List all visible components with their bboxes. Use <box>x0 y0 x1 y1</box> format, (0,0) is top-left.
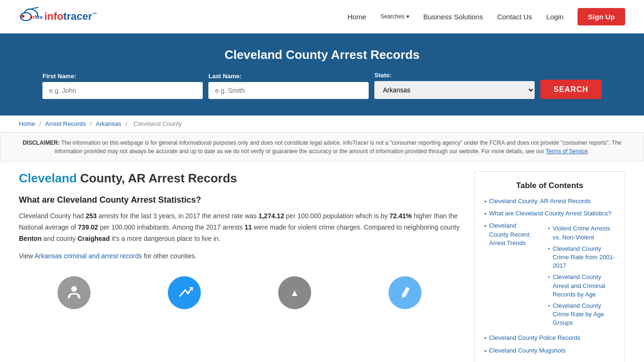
icon-item-4 <box>388 276 421 309</box>
breadcrumb-sep2: / <box>90 120 93 127</box>
first-name-group: First Name: <box>42 73 203 99</box>
first-name-input[interactable] <box>42 82 203 99</box>
breadcrumb-sep3: / <box>125 120 129 127</box>
section1-paragraph2: View Arkansas criminal and arrest record… <box>19 251 460 262</box>
arrests-count: 253 <box>86 212 97 220</box>
article-title-rest: County, AR Arrest Records <box>77 171 237 185</box>
logo-name: infotracer™ <box>44 10 97 23</box>
breadcrumb-sep1: / <box>39 120 42 127</box>
search-form: First Name: Last Name: State: Arkansas A… <box>19 72 625 99</box>
toc-item-2: What are Cleveland County Arrest Statist… <box>484 209 615 218</box>
hero-title: Cleveland County Arrest Records <box>19 48 625 62</box>
logo: info tracer infotracer™ <box>19 5 97 28</box>
section1-paragraph1: Cleveland County had 253 arrests for the… <box>19 211 460 244</box>
arkansas-records-link[interactable]: Arkansas criminal and arrest records <box>34 252 142 260</box>
person-icon <box>58 276 91 309</box>
header: info tracer infotracer™ Home Searches ▾ … <box>0 0 644 33</box>
arrest-rate: 1,274.12 <box>258 212 284 220</box>
toc-sub-item-3: Cleveland County Arrest and Criminal Rec… <box>548 273 615 299</box>
toc-heading: Table of Contents <box>484 181 615 190</box>
toc-sub-item-1: Violent Crime Arrests vs. Non-Violent <box>548 224 615 241</box>
table-of-contents: Table of Contents Cleveland County, AR A… <box>474 171 625 362</box>
chevron-down-icon: ▾ <box>406 13 409 20</box>
icon-item-2 <box>168 276 201 309</box>
disclaimer-text: The information on this webpage is for g… <box>55 140 621 155</box>
disclaimer: DISCLAIMER: The information on this webp… <box>0 132 644 162</box>
toc-item-5: Cleveland County Mugshots <box>484 346 615 355</box>
hero-section: Cleveland County Arrest Records First Na… <box>0 33 644 115</box>
article-title-highlight: Cleveland <box>19 171 77 185</box>
first-name-label: First Name: <box>42 73 203 80</box>
toc-sub-item-4: Cleveland County Crime Rate by Age Group… <box>548 302 615 328</box>
disclaimer-label: DISCLAIMER: <box>23 140 60 146</box>
breadcrumb-home[interactable]: Home <box>19 120 35 127</box>
toc-list: Cleveland County, AR Arrest Records What… <box>484 197 615 355</box>
nav-searches[interactable]: Searches ▾ <box>380 13 409 20</box>
logo-tm: ™ <box>92 12 97 17</box>
main-nav: Home Searches ▾ Business Solutions Conta… <box>347 8 625 25</box>
arrow-up-icon <box>168 276 201 309</box>
toc-sub-link-3[interactable]: Cleveland County Arrest and Criminal Rec… <box>553 273 615 299</box>
article: Cleveland County, AR Arrest Records What… <box>19 171 474 362</box>
article-title: Cleveland County, AR Arrest Records <box>19 171 460 186</box>
toc-link-3[interactable]: Cleveland County Recent Arrest Trends <box>489 222 537 247</box>
logo-icon: info tracer <box>19 5 42 28</box>
nav-contact-us[interactable]: Contact Us <box>497 13 532 21</box>
toc-item-4: Cleveland County Police Records <box>484 334 615 342</box>
toc-sub-link-4[interactable]: Cleveland County Crime Rate by Age Group… <box>553 302 615 328</box>
breadcrumb: Home / Arrest Records / Arkansas / Cleve… <box>0 115 644 132</box>
signup-button[interactable]: Sign Up <box>578 8 625 25</box>
last-name-input[interactable] <box>208 82 369 99</box>
scroll-up-icon: ▲ <box>278 276 311 309</box>
svg-point-2 <box>21 15 25 18</box>
toc-sub-item-2: Cleveland County Crime Rate from 2001-20… <box>548 245 615 271</box>
icon-item-1 <box>58 276 91 309</box>
svg-line-1 <box>32 7 39 8</box>
icon-item-3: ▲ <box>278 276 311 309</box>
toc-link-1[interactable]: Cleveland County, AR Arrest Records <box>489 197 591 206</box>
svg-marker-8 <box>401 296 403 298</box>
breadcrumb-arrest-records[interactable]: Arrest Records <box>45 120 86 127</box>
nav-login[interactable]: Login <box>546 13 564 21</box>
nav-home[interactable]: Home <box>347 13 366 21</box>
terms-of-service-link[interactable]: Terms of Service <box>546 148 588 155</box>
state-group: State: Arkansas Alabama Alaska Arizona C… <box>374 72 535 99</box>
icon-strip: ▲ <box>19 272 460 309</box>
section1-heading: What are Cleveland County Arrest Statist… <box>19 195 460 205</box>
violent-count: 11 <box>245 223 252 231</box>
arrest-pct: 72.41% <box>389 212 412 220</box>
last-name-label: Last Name: <box>208 73 369 80</box>
state-label: State: <box>374 72 535 79</box>
state-select[interactable]: Arkansas Alabama Alaska Arizona Californ… <box>374 81 535 99</box>
national-average: 739.02 <box>78 223 98 231</box>
search-button[interactable]: SEARCH <box>540 80 602 99</box>
main-content: Cleveland County, AR Arrest Records What… <box>0 162 644 362</box>
nav-business-solutions[interactable]: Business Solutions <box>423 13 483 21</box>
toc-link-2[interactable]: What are Cleveland County Arrest Statist… <box>489 209 611 218</box>
toc-link-4[interactable]: Cleveland County Police Records <box>489 334 580 342</box>
svg-point-5 <box>71 286 77 292</box>
benton-county: Benton <box>19 235 41 242</box>
toc-sublist: Violent Crime Arrests vs. Non-Violent Cl… <box>548 224 615 330</box>
toc-sub-link-2[interactable]: Cleveland County Crime Rate from 2001-20… <box>553 245 615 271</box>
craighead-county: Craighead <box>78 235 110 242</box>
toc-item-1: Cleveland County, AR Arrest Records <box>484 197 615 206</box>
toc-link-5[interactable]: Cleveland County Mugshots <box>489 346 566 355</box>
breadcrumb-cleveland-county: Cleveland County <box>133 120 182 127</box>
disclaimer-suffix: . <box>588 148 589 155</box>
svg-text:tracer: tracer <box>36 14 42 20</box>
svg-rect-7 <box>402 287 410 298</box>
pencil-icon <box>388 276 421 309</box>
breadcrumb-arkansas[interactable]: Arkansas <box>96 120 121 127</box>
toc-item-3: Cleveland County Recent Arrest Trends Vi… <box>484 222 615 330</box>
last-name-group: Last Name: <box>208 73 369 99</box>
toc-sub-link-1[interactable]: Violent Crime Arrests vs. Non-Violent <box>553 224 615 241</box>
